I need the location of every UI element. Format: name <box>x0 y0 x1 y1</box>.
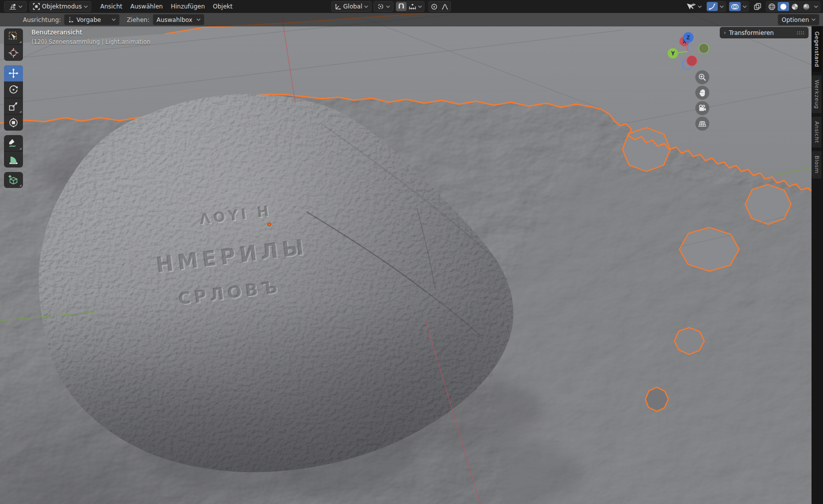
menu-ansicht[interactable]: Ansicht <box>96 0 126 13</box>
chevron-down-icon <box>720 5 724 8</box>
ausrichtung-dropdown[interactable]: Vorgabe <box>64 14 120 25</box>
tab-ansicht[interactable]: Ansicht <box>812 117 822 148</box>
viewport-info: Benutzeransicht (120) Szenensammlung | L… <box>31 28 151 45</box>
orientation-label: Global <box>343 3 362 10</box>
ziehen-label: Ziehen: <box>127 16 150 23</box>
optionen-button[interactable]: Optionen <box>778 14 820 25</box>
shading-material-button[interactable] <box>789 2 801 11</box>
show-hide-dropdown[interactable] <box>684 1 704 12</box>
move-tool[interactable] <box>4 65 23 82</box>
shading-solid-button[interactable] <box>778 2 789 11</box>
menu-hinzufuegen[interactable]: Hinzufügen <box>167 0 208 13</box>
transform-panel-header[interactable]: › Transformieren <box>720 27 809 38</box>
ausrichtung-value: Vorgabe <box>76 16 101 23</box>
svg-text:Z: Z <box>686 35 690 40</box>
top-header-bar: Objektmodus Ansicht Auswählen Hinzufügen… <box>0 0 823 13</box>
gizmo-axis-neg-y[interactable] <box>699 43 709 53</box>
proportional-editing-icon <box>431 3 437 10</box>
snap-toggle[interactable] <box>396 2 407 11</box>
chevron-down-icon <box>364 5 368 8</box>
gizmos-dropdown[interactable] <box>718 2 726 11</box>
perspective-toggle-button[interactable] <box>695 117 709 131</box>
proportional-editing-toggle[interactable] <box>429 2 439 11</box>
chevron-down-icon <box>743 5 747 8</box>
gizmo-icon <box>709 3 716 10</box>
gizmos-toggle[interactable] <box>707 2 718 11</box>
orientation-dropdown[interactable]: Global <box>331 1 372 12</box>
solid-sphere-icon <box>780 3 787 10</box>
xray-toggle[interactable] <box>752 1 763 12</box>
move-tool-icon <box>8 68 18 78</box>
ziehen-dropdown[interactable]: Auswahlbox <box>153 14 205 25</box>
orientation-preset-icon <box>68 16 74 23</box>
optionen-label: Optionen <box>782 16 809 23</box>
cursor-eye-icon <box>686 3 696 10</box>
chevron-down-icon <box>814 5 818 8</box>
3d-viewport-editor-icon <box>9 3 16 10</box>
shading-wireframe-button[interactable] <box>766 2 778 11</box>
gizmo-axis-neg-x[interactable] <box>687 56 697 66</box>
falloff-curve-icon <box>441 3 448 10</box>
snap-target-dropdown[interactable] <box>407 2 424 11</box>
camera-view-button[interactable] <box>695 101 709 115</box>
tweak-select-icon <box>8 31 18 41</box>
grid-icon <box>698 121 706 127</box>
chevron-down-icon <box>197 18 201 21</box>
add-cube-tool[interactable] <box>4 172 23 188</box>
overlays-toggle[interactable] <box>729 2 741 11</box>
annotate-tool-icon <box>8 138 18 148</box>
zoom-button[interactable] <box>695 70 709 84</box>
svg-text:Y: Y <box>670 51 675 56</box>
tweak-select-tool[interactable] <box>4 28 23 45</box>
panel-collapse-arrow[interactable]: › <box>724 29 726 36</box>
cursor-tool-icon <box>8 48 18 58</box>
chevron-down-icon <box>418 5 422 8</box>
transform-orientation-icon <box>335 3 341 10</box>
chevron-down-icon <box>698 5 702 8</box>
navigation-gizmo[interactable]: X Z Y <box>667 29 713 75</box>
xray-icon <box>754 3 761 10</box>
tab-blosm[interactable]: Blosm <box>812 151 822 178</box>
snap-increment-icon <box>409 3 416 10</box>
ausrichtung-label: Ausrichtung: <box>23 16 61 23</box>
scale-tool[interactable] <box>4 98 23 115</box>
object-origin-dot[interactable] <box>268 223 271 226</box>
camera-icon <box>698 105 706 112</box>
tool-settings-bar: Ausrichtung: Vorgabe Ziehen: Auswahlbox … <box>0 13 823 26</box>
rendered-sphere-icon <box>803 3 810 10</box>
panel-grip[interactable] <box>797 31 805 35</box>
cursor-tool[interactable] <box>4 45 23 61</box>
editor-type-selector[interactable] <box>4 1 27 12</box>
toolbar <box>4 28 23 188</box>
chevron-down-icon <box>812 18 816 21</box>
scene-collection-label: (120) Szenensammlung | Light.animation <box>31 38 151 45</box>
tab-gegenstand[interactable]: Gegenstand <box>812 27 822 72</box>
annotate-tool[interactable] <box>4 135 23 152</box>
transform-tool[interactable] <box>4 115 23 131</box>
overlays-icon <box>731 3 739 10</box>
chevron-down-icon <box>18 5 22 8</box>
mode-dropdown[interactable]: Objektmodus <box>29 1 91 12</box>
shading-rendered-button[interactable] <box>801 2 812 11</box>
mode-label: Objektmodus <box>42 3 82 10</box>
pan-button[interactable] <box>695 86 709 100</box>
falloff-dropdown[interactable] <box>439 2 450 11</box>
menu-auswaehlen[interactable]: Auswählen <box>126 0 167 13</box>
grip-dots-icon <box>797 31 805 35</box>
panel-title: Transformieren <box>729 29 774 36</box>
menu-objekt[interactable]: Objekt <box>209 0 236 13</box>
chevron-down-icon <box>386 5 390 8</box>
hand-icon <box>699 89 706 97</box>
scale-tool-icon <box>8 101 18 111</box>
magnet-icon <box>398 3 405 10</box>
ziehen-value: Auswahlbox <box>157 16 193 23</box>
overlays-dropdown[interactable] <box>741 2 749 11</box>
zoom-icon <box>698 73 706 81</box>
tab-werkzeug[interactable]: Werkzeug <box>812 75 822 113</box>
measure-tool[interactable] <box>4 152 23 168</box>
chevron-down-icon <box>84 5 88 8</box>
rotate-tool[interactable] <box>4 82 23 98</box>
chevron-down-icon <box>112 18 116 21</box>
shading-dropdown[interactable] <box>812 2 820 11</box>
pivot-dropdown[interactable] <box>374 1 394 12</box>
